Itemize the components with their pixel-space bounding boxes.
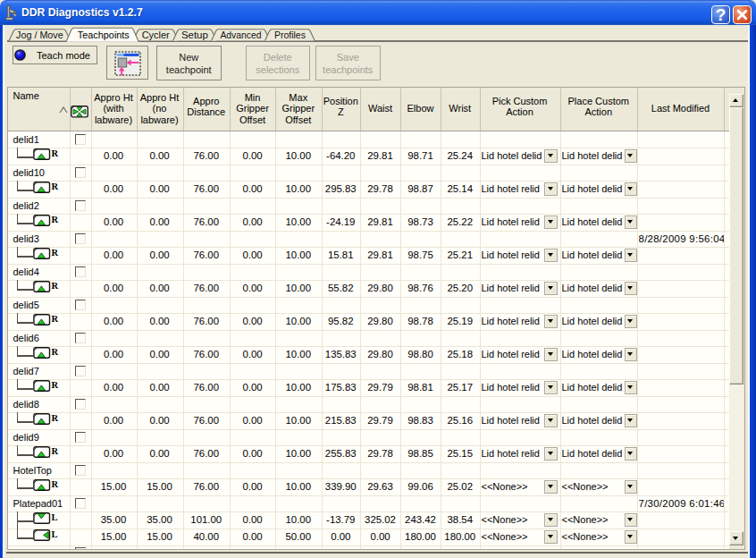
svg-text:Cycler: Cycler (142, 30, 170, 40)
svg-text:Teachpoints: Teachpoints (78, 30, 130, 40)
svg-text:Jog / Move: Jog / Move (16, 30, 63, 40)
svg-text:Setup: Setup (181, 30, 208, 40)
svg-text:Advanced: Advanced (220, 30, 261, 40)
svg-text:Profiles: Profiles (274, 30, 306, 40)
